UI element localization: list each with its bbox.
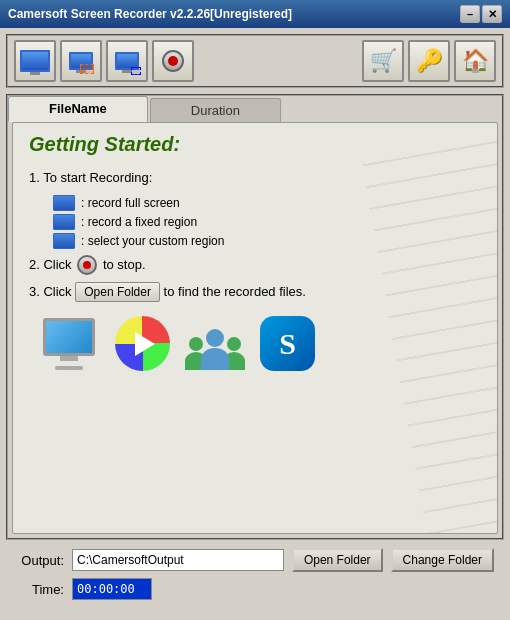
content-panel: Getting Started: 1. To start Recording: … bbox=[12, 122, 498, 534]
output-path-input[interactable] bbox=[72, 549, 284, 571]
play-triangle bbox=[135, 332, 155, 356]
mini-region-icon bbox=[53, 214, 75, 230]
toolbar: 🛒 🔑 🏠 bbox=[6, 34, 504, 88]
custom-region-button[interactable] bbox=[106, 40, 148, 82]
msn-icon bbox=[186, 318, 244, 370]
window-body: 🛒 🔑 🏠 FileName Duration Getting Started:… bbox=[0, 28, 510, 620]
main-area: FileName Duration Getting Started: 1. To… bbox=[6, 94, 504, 540]
monitor-icon bbox=[39, 318, 99, 370]
key-icon: 🔑 bbox=[416, 48, 443, 74]
cart-button[interactable]: 🛒 bbox=[362, 40, 404, 82]
record-icon bbox=[162, 50, 184, 72]
step2-prefix: 2. Click bbox=[29, 257, 72, 272]
step1-item-2-text: : record a fixed region bbox=[81, 215, 197, 229]
step2-suffix: to stop. bbox=[103, 257, 146, 272]
output-row: Output: Open Folder Change Folder bbox=[16, 548, 494, 572]
key-button[interactable]: 🔑 bbox=[408, 40, 450, 82]
tab-duration[interactable]: Duration bbox=[150, 98, 281, 122]
mini-custom-icon bbox=[53, 233, 75, 249]
open-folder-button[interactable]: Open Folder bbox=[292, 548, 383, 572]
media-player-icon bbox=[115, 316, 170, 371]
full-screen-record-button[interactable] bbox=[14, 40, 56, 82]
tab-filename[interactable]: FileName bbox=[8, 96, 148, 122]
cart-icon: 🛒 bbox=[370, 48, 397, 74]
home-icon: 🏠 bbox=[462, 48, 489, 74]
monitor-screen bbox=[43, 318, 95, 356]
output-label: Output: bbox=[16, 553, 64, 568]
home-button[interactable]: 🏠 bbox=[454, 40, 496, 82]
person-main bbox=[201, 329, 229, 370]
tabs-container: FileName Duration bbox=[8, 96, 502, 122]
skype-icon: S bbox=[260, 316, 315, 371]
step3-suffix: to find the recorded files. bbox=[164, 284, 306, 299]
inline-record-button bbox=[77, 255, 97, 275]
title-bar: Camersoft Screen Recorder v2.2.26[Unregi… bbox=[0, 0, 510, 28]
custom-overlay bbox=[131, 67, 141, 75]
inline-record-dot bbox=[83, 261, 91, 269]
open-folder-inline-button[interactable]: Open Folder bbox=[75, 282, 160, 302]
region-overlay bbox=[80, 64, 94, 74]
window-title: Camersoft Screen Recorder v2.2.26[Unregi… bbox=[8, 7, 292, 21]
bottom-section: Output: Open Folder Change Folder Time: bbox=[6, 540, 504, 614]
region-record-button[interactable] bbox=[60, 40, 102, 82]
step3-prefix: 3. Click bbox=[29, 284, 72, 299]
step1-item-3-text: : select your custom region bbox=[81, 234, 224, 248]
change-folder-button[interactable]: Change Folder bbox=[391, 548, 494, 572]
minimize-button[interactable]: – bbox=[460, 5, 480, 23]
time-input[interactable] bbox=[72, 578, 152, 600]
full-screen-icon bbox=[20, 50, 50, 72]
record-dot bbox=[168, 56, 178, 66]
stop-record-button[interactable] bbox=[152, 40, 194, 82]
step1-item-1-text: : record full screen bbox=[81, 196, 180, 210]
time-row: Time: bbox=[16, 578, 494, 600]
close-button[interactable]: ✕ bbox=[482, 5, 502, 23]
title-bar-buttons: – ✕ bbox=[460, 5, 502, 23]
monitor-base bbox=[55, 366, 83, 370]
mini-full-screen-icon bbox=[53, 195, 75, 211]
time-label: Time: bbox=[16, 582, 64, 597]
